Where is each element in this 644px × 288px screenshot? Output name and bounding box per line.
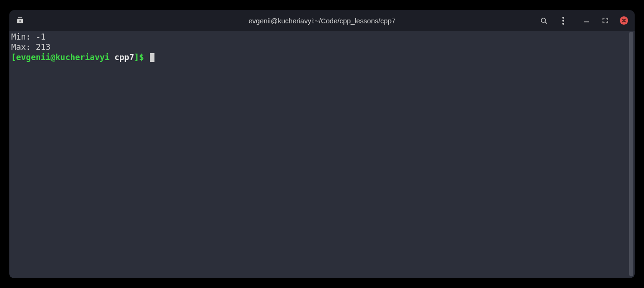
terminal-window: evgenii@kucheriavyi:~/Code/cpp_lessons/c… xyxy=(9,10,635,278)
prompt-dir: cpp7 xyxy=(114,53,134,62)
menu-icon[interactable] xyxy=(559,16,567,25)
close-button[interactable] xyxy=(620,16,628,25)
output-line-1: Min: -1 xyxy=(11,32,46,41)
minimize-button[interactable] xyxy=(582,16,591,25)
prompt-open: [ xyxy=(11,53,16,62)
prompt: [evgenii@kucheriavyi cpp7]$ xyxy=(11,53,149,62)
svg-rect-5 xyxy=(584,21,589,22)
prompt-userhost: evgenii@kucheriavyi xyxy=(16,53,110,62)
cursor xyxy=(150,53,154,62)
terminal-content[interactable]: Min: -1 Max: 213 [evgenii@kucheriavyi cp… xyxy=(10,31,634,277)
title-bar-left xyxy=(16,16,24,25)
window-title: evgenii@kucheriavyi:~/Code/cpp_lessons/c… xyxy=(249,17,396,25)
prompt-space xyxy=(110,53,115,62)
terminal-body[interactable]: Min: -1 Max: 213 [evgenii@kucheriavyi cp… xyxy=(9,31,635,278)
title-bar: evgenii@kucheriavyi:~/Code/cpp_lessons/c… xyxy=(9,10,635,31)
new-tab-icon[interactable] xyxy=(16,16,24,25)
svg-point-2 xyxy=(562,17,564,19)
search-icon[interactable] xyxy=(539,16,548,25)
scrollbar[interactable] xyxy=(629,32,633,276)
output-line-2: Max: 213 xyxy=(11,42,50,52)
title-bar-right xyxy=(539,16,628,25)
prompt-close: ]$ xyxy=(134,53,149,62)
svg-point-3 xyxy=(562,20,564,21)
maximize-button[interactable] xyxy=(601,16,609,25)
svg-point-4 xyxy=(562,23,564,25)
window-controls xyxy=(582,16,628,25)
